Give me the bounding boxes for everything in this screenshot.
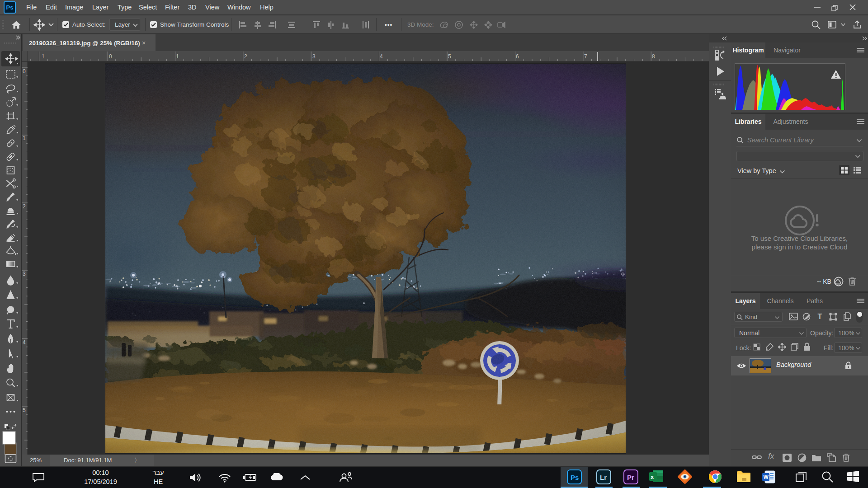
svg-text:1: 1 [23, 135, 26, 141]
svg-text:Lr: Lr [600, 474, 607, 481]
svg-text:4: 4 [23, 339, 26, 346]
svg-text:W: W [763, 474, 769, 480]
svg-text:0: 0 [109, 53, 112, 60]
svg-text:5: 5 [23, 407, 26, 413]
svg-text:1: 1 [176, 53, 179, 60]
svg-text:7: 7 [584, 53, 587, 60]
svg-text:3: 3 [23, 271, 26, 277]
svg-text:2: 2 [244, 53, 247, 60]
svg-text:x: x [651, 474, 654, 480]
svg-text:4: 4 [380, 53, 383, 60]
svg-text:6: 6 [516, 53, 519, 60]
svg-text:3: 3 [312, 53, 316, 60]
svg-text:2: 2 [23, 203, 26, 210]
svg-text:0: 0 [23, 68, 26, 75]
svg-text:1: 1 [42, 53, 45, 60]
svg-text:8: 8 [652, 53, 655, 60]
svg-text:Ps: Ps [571, 474, 579, 481]
svg-text:5: 5 [448, 53, 451, 60]
svg-text:Pr: Pr [627, 474, 634, 481]
